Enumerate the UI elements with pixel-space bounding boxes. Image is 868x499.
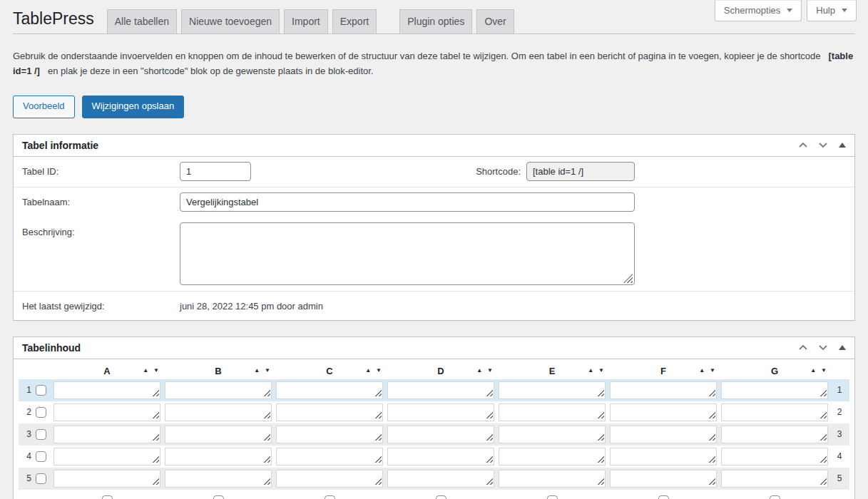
cell-input-e2[interactable]	[499, 403, 606, 421]
sort-descending-icon[interactable]: ▼	[265, 368, 270, 374]
move-panel-down-button[interactable]	[813, 142, 833, 148]
table-description-textarea[interactable]	[180, 222, 635, 285]
cell-input-e4[interactable]	[499, 448, 606, 465]
cell-input-f4[interactable]	[610, 448, 717, 465]
column-header-c[interactable]: C▲▼	[274, 363, 385, 379]
cell-input-g1[interactable]	[721, 381, 828, 399]
cell-b1	[163, 381, 274, 399]
column-letter: B	[215, 366, 221, 376]
column-select-checkbox-g[interactable]	[770, 495, 780, 499]
nav-tab-alle-tabellen[interactable]: Alle tabellen	[107, 9, 177, 34]
sort-descending-icon[interactable]: ▼	[487, 368, 493, 374]
column-select-cell-b	[163, 495, 274, 499]
cell-input-f3[interactable]	[610, 426, 717, 443]
cell-input-a4[interactable]	[53, 448, 160, 465]
cell-input-c4[interactable]	[276, 448, 383, 465]
row-select-checkbox[interactable]	[36, 451, 46, 462]
column-select-cell-f	[608, 495, 719, 499]
move-panel-up-button[interactable]	[793, 344, 813, 351]
collapse-panel-toggle-icon[interactable]	[839, 139, 846, 148]
column-header-f[interactable]: F▲▼	[608, 363, 719, 379]
sort-descending-icon[interactable]: ▼	[376, 368, 382, 374]
cell-a5	[51, 470, 163, 488]
cell-input-a1[interactable]	[53, 381, 160, 399]
cell-input-g4[interactable]	[721, 448, 828, 465]
column-select-checkbox-c[interactable]	[325, 495, 335, 499]
nav-tab-plugin-opties[interactable]: Plugin opties	[399, 9, 472, 34]
sort-descending-icon[interactable]: ▼	[598, 368, 604, 374]
column-header-a[interactable]: A▲▼	[51, 363, 163, 379]
cell-input-f5[interactable]	[610, 470, 717, 488]
sort-ascending-icon[interactable]: ▲	[476, 368, 482, 374]
cell-input-b2[interactable]	[165, 403, 272, 421]
cell-input-f2[interactable]	[610, 403, 717, 421]
cell-input-d1[interactable]	[387, 381, 494, 399]
column-header-b[interactable]: B▲▼	[163, 363, 274, 379]
column-header-e[interactable]: E▲▼	[496, 363, 608, 379]
sort-arrows: ▲▼	[143, 363, 159, 379]
cell-input-e1[interactable]	[499, 381, 606, 399]
cell-input-b5[interactable]	[165, 470, 272, 488]
cell-input-b4[interactable]	[165, 448, 272, 465]
cell-input-c3[interactable]	[276, 426, 383, 443]
cell-input-b1[interactable]	[165, 381, 272, 399]
column-select-checkbox-a[interactable]	[102, 495, 113, 499]
column-header-g[interactable]: G▲▼	[719, 363, 830, 379]
row-select-checkbox[interactable]	[36, 407, 46, 418]
cell-input-c2[interactable]	[276, 403, 383, 421]
help-button[interactable]: Hulp	[807, 0, 857, 21]
cell-input-g5[interactable]	[721, 470, 828, 488]
column-select-checkbox-f[interactable]	[658, 495, 669, 499]
cell-input-a5[interactable]	[53, 470, 160, 488]
cell-input-d3[interactable]	[387, 426, 494, 443]
cell-input-g2[interactable]	[721, 403, 828, 421]
cell-c5	[274, 470, 385, 488]
table-row-2: 22	[19, 401, 849, 423]
sort-ascending-icon[interactable]: ▲	[810, 368, 816, 374]
cell-input-d2[interactable]	[387, 403, 494, 421]
preview-button[interactable]: Voorbeeld	[13, 96, 75, 118]
sort-descending-icon[interactable]: ▼	[710, 368, 715, 374]
sort-ascending-icon[interactable]: ▲	[588, 368, 593, 374]
sort-ascending-icon[interactable]: ▲	[254, 368, 260, 374]
table-name-input[interactable]	[180, 192, 635, 212]
nav-tab-export[interactable]: Export	[332, 9, 377, 34]
sort-ascending-icon[interactable]: ▲	[365, 368, 371, 374]
move-panel-up-button[interactable]	[793, 142, 813, 148]
sort-descending-icon[interactable]: ▼	[821, 368, 827, 374]
nav-tab-nieuwe-toevoegen[interactable]: Nieuwe toevoegen	[181, 9, 280, 34]
cell-input-e5[interactable]	[499, 470, 606, 488]
cell-input-d4[interactable]	[387, 448, 494, 465]
cell-input-b3[interactable]	[165, 426, 272, 443]
table-content-title: Tabelinhoud	[22, 342, 793, 354]
cell-input-f1[interactable]	[610, 381, 717, 399]
cell-input-a3[interactable]	[53, 426, 160, 443]
column-header-d[interactable]: D▲▼	[385, 363, 496, 379]
nav-tab-import[interactable]: Import	[284, 9, 328, 34]
table-id-input[interactable]	[180, 162, 251, 181]
move-panel-down-button[interactable]	[813, 344, 833, 351]
cell-g2	[719, 403, 830, 421]
cell-input-d5[interactable]	[387, 470, 494, 488]
column-select-checkbox-b[interactable]	[213, 495, 224, 499]
row-select-checkbox[interactable]	[36, 473, 46, 484]
shortcode-input[interactable]	[526, 162, 635, 181]
sort-ascending-icon[interactable]: ▲	[699, 368, 705, 374]
screen-options-button[interactable]: Schermopties	[715, 0, 802, 21]
cell-input-a2[interactable]	[53, 403, 160, 421]
sort-arrows: ▲▼	[588, 363, 604, 379]
cell-input-c5[interactable]	[276, 470, 383, 488]
nav-tab-over[interactable]: Over	[476, 9, 514, 34]
column-select-checkbox-e[interactable]	[547, 495, 558, 499]
sort-descending-icon[interactable]: ▼	[153, 368, 159, 374]
column-select-checkbox-d[interactable]	[436, 495, 446, 499]
collapse-panel-toggle-icon[interactable]	[839, 341, 846, 350]
row-select-checkbox[interactable]	[36, 385, 46, 396]
cell-input-g3[interactable]	[721, 426, 828, 443]
cell-input-c1[interactable]	[276, 381, 383, 399]
save-changes-button[interactable]: Wijzigingen opslaan	[82, 96, 185, 118]
sort-ascending-icon[interactable]: ▲	[143, 368, 148, 374]
cell-input-e3[interactable]	[499, 426, 606, 443]
row-select-checkbox[interactable]	[36, 429, 46, 440]
column-letter: E	[549, 366, 556, 376]
